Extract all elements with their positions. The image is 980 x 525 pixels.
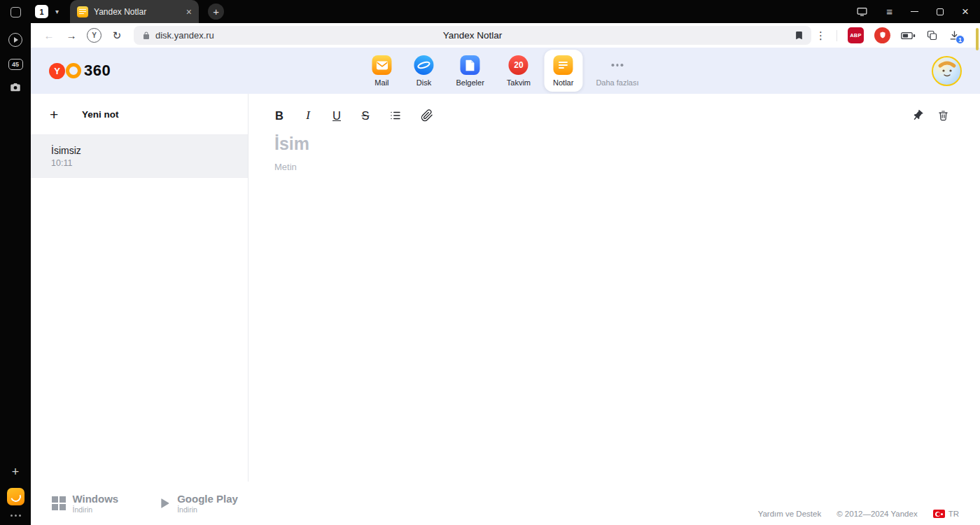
toolbar-menu-icon[interactable]: ⋮ (816, 29, 826, 42)
back-button[interactable]: ← (38, 29, 60, 41)
note-actions (911, 109, 949, 122)
calendar-icon: 20 (509, 55, 528, 75)
windows-subtitle: İndirin (73, 505, 119, 514)
screen-share-icon[interactable] (856, 6, 868, 18)
disk-icon (414, 55, 433, 75)
delete-note-button[interactable] (937, 109, 949, 122)
forward-button[interactable]: → (60, 29, 83, 41)
bullet-list-button[interactable] (389, 109, 402, 122)
attach-file-button[interactable] (421, 109, 433, 122)
toolbar-divider (836, 30, 837, 41)
notes-app-content: + Yeni not İsimsiz 10:11 B I U S (31, 94, 980, 482)
extensions-area: ⋮ ABP 1 (816, 27, 960, 43)
service-label: Belgeler (456, 78, 484, 87)
language-label: TR (948, 510, 959, 518)
shield-extension-icon[interactable] (874, 27, 890, 43)
tab-close-icon[interactable]: × (186, 7, 192, 17)
browser-side-rail: 45 + (0, 0, 31, 525)
yandex-360-page: Y 360 Mail Disk Belgeler (31, 48, 980, 525)
minimize-button[interactable] (911, 11, 918, 13)
user-avatar[interactable] (932, 56, 962, 86)
collections-icon[interactable] (926, 29, 938, 41)
close-window-button[interactable]: × (962, 6, 969, 18)
service-label: Daha fazlası (596, 78, 638, 87)
help-support-link[interactable]: Yardım ve Destek (758, 510, 822, 518)
reload-button[interactable]: ↻ (106, 29, 128, 42)
yandex-launcher-icon[interactable] (7, 488, 24, 505)
maximize-button[interactable] (937, 8, 944, 15)
more-dots-icon (608, 55, 627, 75)
copyright-text: © 2012—2024 Yandex (836, 510, 917, 518)
titlebar-controls: ≡ × (856, 6, 969, 18)
tab-list-chevron-icon[interactable]: ▾ (55, 8, 59, 15)
tab-counter-badge[interactable]: 1 (35, 5, 48, 18)
browser-menu-icon[interactable]: ≡ (886, 6, 892, 18)
service-label: Takvim (507, 78, 531, 87)
yandex-360-header: Y 360 Mail Disk Belgeler (31, 48, 980, 94)
mail-icon (372, 55, 391, 75)
adblock-plus-extension-icon[interactable]: ABP (848, 27, 864, 43)
rail-add-button[interactable]: + (12, 465, 20, 478)
gplay-subtitle: İndirin (177, 505, 238, 514)
browser-tab[interactable]: Yandex Notlar × (70, 0, 199, 23)
video-player-icon[interactable] (8, 33, 22, 47)
new-note-button[interactable]: + Yeni not (31, 94, 248, 135)
screenshot-icon[interactable] (9, 81, 22, 94)
yandex-logo-icon: Y (49, 63, 65, 79)
windows-download-link[interactable]: Windows İndirin (52, 493, 118, 514)
lock-icon (142, 31, 150, 40)
notes-icon (554, 55, 573, 75)
browser-toolbar: ← → Y ↻ disk.yandex.ru Yandex Notlar ⋮ A… (31, 23, 980, 48)
downloads-button[interactable]: 1 (948, 29, 960, 41)
download-count-badge: 1 (955, 35, 965, 44)
battery-icon[interactable] (901, 31, 916, 41)
service-label: Mail (374, 78, 388, 87)
notes-list-panel: + Yeni not İsimsiz 10:11 (31, 94, 248, 482)
sidebar-toggle-icon[interactable] (10, 7, 21, 18)
360-ring-icon (66, 63, 81, 78)
omnibox-page-title: Yandex Notlar (218, 30, 727, 41)
note-body-placeholder[interactable]: Metin (274, 162, 949, 172)
tab-favicon-notes-icon (77, 6, 88, 18)
gplay-title: Google Play (177, 493, 238, 505)
new-tab-button[interactable]: + (208, 4, 224, 20)
service-label: Notlar (553, 78, 573, 87)
rail-more-button[interactable] (10, 514, 21, 517)
note-item-time: 10:11 (51, 158, 248, 168)
plus-icon: + (50, 107, 64, 122)
url-text: disk.yandex.ru (155, 30, 214, 41)
windows-logo-icon (52, 496, 66, 510)
new-note-label: Yeni not (82, 109, 119, 120)
yandex-button[interactable]: Y (87, 28, 102, 43)
google-play-download-link[interactable]: Google Play İndirin (159, 493, 238, 514)
windows-title: Windows (73, 493, 119, 505)
service-more[interactable]: Daha fazlası (587, 50, 648, 92)
documents-icon (461, 55, 480, 75)
services-nav: Mail Disk Belgeler 20 Takvim (363, 50, 648, 92)
service-label: Disk (416, 78, 431, 87)
note-title-placeholder[interactable]: İsim (274, 134, 949, 154)
language-selector[interactable]: TR (933, 510, 959, 518)
service-documents[interactable]: Belgeler (447, 50, 493, 92)
footer-links: Yardım ve Destek © 2012—2024 Yandex TR (758, 510, 959, 518)
turkish-flag-icon (933, 510, 945, 518)
underline-button[interactable]: U (332, 109, 342, 122)
address-bar[interactable]: disk.yandex.ru Yandex Notlar (134, 26, 811, 45)
bookmark-icon[interactable] (794, 30, 804, 41)
yandex-360-logo[interactable]: Y 360 (49, 62, 111, 80)
pin-note-button[interactable] (911, 109, 924, 122)
service-notes[interactable]: Notlar (544, 50, 582, 92)
page-footer: Windows İndirin Google Play İndirin Yard… (31, 482, 980, 525)
tabs-count-badge[interactable]: 45 (8, 59, 23, 70)
note-list-item[interactable]: İsimsiz 10:11 (31, 135, 248, 178)
scrollbar-thumb[interactable] (976, 28, 979, 50)
bold-button[interactable]: B (274, 109, 284, 122)
italic-button[interactable]: I (303, 108, 313, 122)
service-calendar[interactable]: 20 Takvim (498, 50, 540, 92)
service-mail[interactable]: Mail (363, 50, 400, 92)
google-play-icon (159, 497, 170, 510)
logo-360-text: 360 (84, 62, 111, 80)
window-titlebar: 1 ▾ Yandex Notlar × + ≡ × (31, 0, 980, 23)
service-disk[interactable]: Disk (405, 50, 442, 92)
strikethrough-button[interactable]: S (360, 109, 370, 122)
